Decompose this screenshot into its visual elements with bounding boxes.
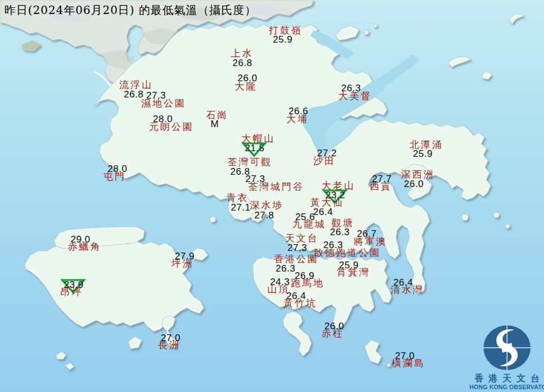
station-temperature-value: 26.9 [295, 271, 314, 281]
station-temperature-value: 26.3 [276, 264, 295, 273]
station-labels-layer: 25.9打鼓嶺26.8上水26.0大隴26.3大美督26.8流浮山27.3濕地公… [0, 0, 544, 392]
station-temperature-value: 25.6 [295, 212, 315, 222]
weather-map-screen: 昨日(2024年06月20日) 的最低氣溫（攝氏度） 25.9打鼓嶺26.8上水… [0, 0, 544, 392]
station-temperature-value: 27.1 [231, 203, 250, 212]
station-temperature-value: 24.3 [270, 277, 290, 287]
station-temperature-value: 26.7 [357, 229, 376, 239]
station-temperature-value: 27.8 [254, 211, 274, 220]
station-temperature-value: 23.2 [326, 190, 345, 200]
station-temperature-value: 27.9 [175, 251, 194, 261]
station-temperature-value: 25.9 [339, 260, 359, 270]
station-temperature-value: 25.9 [273, 35, 292, 44]
station-temperature-value: 26.8 [233, 58, 252, 68]
hko-logo-english-name: HONG KONG OBSERVATORY [469, 384, 544, 391]
station-temperature-value: 26.3 [341, 83, 361, 93]
station-temperature-value: 29.0 [71, 235, 90, 244]
station-temperature-value: 26.3 [330, 227, 350, 237]
station-temperature-value: M [211, 119, 219, 129]
station-temperature-value: 26.6 [289, 106, 308, 116]
station-temperature-value: 21.5 [245, 143, 264, 153]
station-temperature-value: 27.3 [146, 91, 166, 100]
hko-logo: 香港天文台 HONG KONG OBSERVATORY [469, 323, 544, 390]
station-name-label: 深水埗 [250, 200, 283, 211]
hko-logo-chinese-name: 香港天文台 [469, 374, 544, 384]
station-temperature-value: 26.4 [313, 207, 333, 217]
station-temperature-value: 23.9 [64, 280, 83, 290]
station-temperature-value: 27.0 [395, 351, 415, 361]
station-temperature-value: 27.3 [287, 243, 307, 253]
station-temperature-value: 27.2 [317, 148, 337, 158]
station-temperature-value: 26.0 [324, 321, 344, 331]
station-temperature-value: 26.3 [323, 240, 343, 250]
station-temperature-value: 26.4 [393, 278, 413, 287]
station-temperature-value: 28.0 [108, 164, 127, 174]
station-temperature-value: 26.0 [238, 73, 257, 83]
station-temperature-value: 27.0 [161, 333, 180, 343]
hko-logo-icon [479, 323, 535, 373]
station-temperature-value: 25.9 [413, 149, 433, 158]
map-title: 昨日(2024年06月20日) 的最低氣溫（攝氏度） [4, 3, 257, 17]
station-temperature-value: 28.0 [153, 114, 173, 124]
station-temperature-value: 27.3 [245, 174, 265, 184]
station-temperature-value: 26.8 [124, 90, 143, 99]
station-temperature-value: 26.0 [404, 179, 424, 189]
station-temperature-value: 27.7 [372, 174, 392, 184]
station-temperature-value: 26.4 [286, 291, 306, 301]
